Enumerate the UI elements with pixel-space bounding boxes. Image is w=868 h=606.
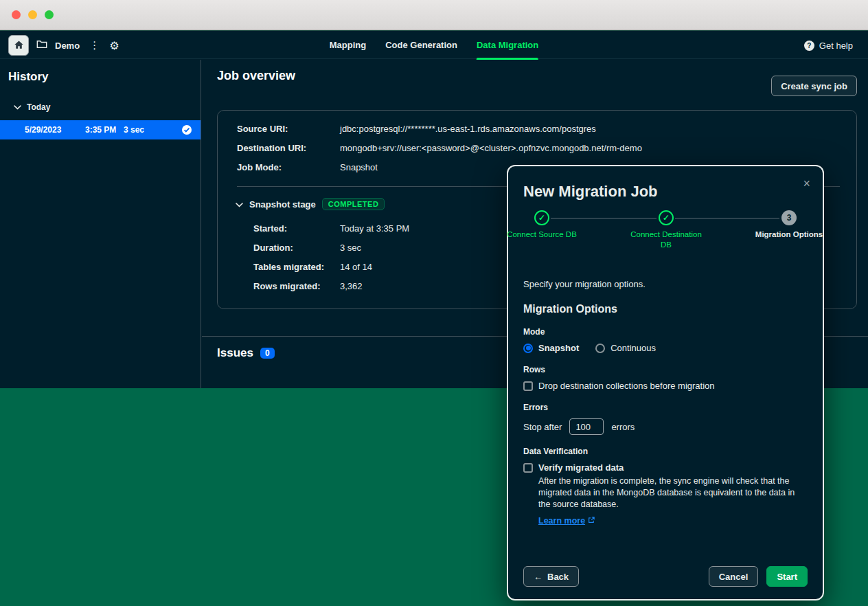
completed-badge: COMPLETED (322, 198, 385, 210)
history-group-today[interactable]: Today (14, 102, 201, 112)
home-button[interactable] (8, 35, 29, 56)
mode-label: Mode (523, 327, 808, 337)
snapshot-stage-label: Snapshot stage (249, 199, 316, 210)
get-help-label: Get help (819, 41, 853, 51)
rows-label: Rows (523, 365, 808, 374)
get-help-button[interactable]: ? Get help (804, 31, 853, 60)
project-name: Demo (55, 41, 80, 51)
minimize-window-button[interactable] (28, 10, 37, 19)
footer-action-buttons: Cancel Start (709, 566, 808, 587)
verify-data-label: Verify migrated data (538, 462, 624, 473)
learn-more-label: Learn more (538, 516, 585, 526)
kebab-menu-icon[interactable]: ⋮ (87, 39, 102, 52)
settings-gear-icon[interactable]: ⚙ (109, 39, 119, 52)
history-row-time: 3:35 PM (85, 125, 124, 135)
back-arrow-icon: ← (534, 572, 542, 582)
modal-subtitle: Specify your migration options. (523, 279, 808, 289)
folder-icon (36, 40, 47, 51)
started-label: Started: (253, 223, 340, 237)
migration-options-heading: Migration Options (523, 303, 808, 315)
drop-collections-label: Drop destination collections before migr… (538, 381, 715, 391)
back-button-label: Back (547, 572, 569, 582)
home-icon (14, 40, 24, 52)
errors-suffix-label: errors (611, 422, 635, 432)
cancel-button[interactable]: Cancel (709, 566, 759, 587)
job-mode-label: Job Mode: (237, 162, 340, 176)
main-tabs: Mapping Code Generation Data Migration (330, 31, 538, 60)
modal-footer: ← Back Cancel Start (523, 566, 808, 587)
completed-check-icon (181, 124, 192, 137)
errors-label: Errors (523, 403, 808, 412)
page-title: Job overview (217, 69, 295, 83)
issues-count-badge: 0 (260, 348, 275, 359)
tables-migrated-value: 14 of 14 (340, 262, 372, 276)
duration-label: Duration: (253, 243, 340, 256)
tab-code-generation[interactable]: Code Generation (385, 31, 457, 60)
drop-collections-row: Drop destination collections before migr… (523, 381, 808, 391)
destination-uri-label: Destination URI: (237, 143, 340, 157)
issues-title: Issues (217, 346, 253, 360)
overview-row: Destination URI: mongodb+srv://user:<pas… (237, 143, 840, 157)
drop-collections-checkbox[interactable] (523, 381, 533, 391)
continuous-radio[interactable] (595, 344, 605, 353)
verify-data-row: Verify migrated data (523, 462, 808, 473)
step-label: Migration Options (751, 229, 827, 240)
snapshot-radio-label: Snapshot (538, 343, 579, 353)
header-left-group: Demo ⋮ ⚙ (8, 31, 119, 60)
step-connect-destination-db: ✓ Connect Destination DB (628, 210, 704, 250)
stepper: ✓ Connect Source DB ✓ Connect Destinatio… (523, 210, 808, 262)
started-value: Today at 3:35 PM (340, 223, 409, 237)
tables-migrated-label: Tables migrated: (253, 262, 340, 276)
verify-data-checkbox[interactable] (523, 463, 533, 473)
modal-title: New Migration Job (523, 183, 808, 201)
step-number: 3 (781, 210, 797, 225)
app-header: Demo ⋮ ⚙ Mapping Code Generation Data Mi… (0, 30, 868, 59)
learn-more-link[interactable]: Learn more (538, 516, 595, 526)
stop-after-label: Stop after (523, 422, 562, 432)
new-migration-job-modal: × New Migration Job ✓ Connect Source DB … (507, 165, 824, 601)
external-link-icon (588, 516, 595, 526)
history-row[interactable]: 5/29/2023 3:35 PM 3 sec (0, 120, 201, 139)
back-button[interactable]: ← Back (523, 566, 579, 587)
chevron-down-icon (236, 199, 243, 210)
history-group-label: Today (27, 102, 50, 112)
mode-radio-group: Snapshot Continuous (523, 343, 808, 353)
history-title: History (8, 70, 201, 84)
data-verification-label: Data Verification (523, 447, 808, 456)
step-migration-options: 3 Migration Options (751, 210, 827, 240)
step-check-icon: ✓ (659, 210, 674, 225)
create-sync-job-button[interactable]: Create sync job (771, 76, 857, 96)
rows-migrated-value: 3,362 (340, 281, 363, 295)
fullscreen-window-button[interactable] (45, 10, 54, 19)
issues-section: Issues 0 (217, 346, 275, 360)
source-uri-value: jdbc:postgresql://********.us-east-1.rds… (340, 124, 596, 137)
continuous-radio-label: Continuous (610, 343, 656, 353)
errors-row: Stop after errors (523, 418, 808, 435)
destination-uri-value: mongodb+srv://user:<password>@<cluster>.… (340, 143, 642, 157)
step-connect-source-db: ✓ Connect Source DB (504, 210, 580, 240)
history-sidebar: History Today 5/29/2023 3:35 PM 3 sec (0, 60, 201, 388)
tab-data-migration[interactable]: Data Migration (477, 31, 538, 60)
close-window-button[interactable] (12, 10, 21, 19)
duration-value: 3 sec (340, 243, 361, 256)
macos-titlebar (0, 0, 868, 30)
chevron-down-icon (14, 102, 21, 112)
stop-after-input[interactable] (569, 418, 604, 435)
app-window: Demo ⋮ ⚙ Mapping Code Generation Data Mi… (0, 0, 868, 606)
tab-mapping[interactable]: Mapping (330, 31, 366, 60)
start-button[interactable]: Start (766, 566, 808, 587)
close-icon[interactable]: × (800, 175, 813, 192)
verify-description: After the migration is complete, the syn… (538, 475, 808, 510)
overview-row: Source URI: jdbc:postgresql://********.u… (237, 124, 840, 137)
step-label: Connect Destination DB (628, 229, 704, 250)
job-mode-value: Snapshot (340, 162, 378, 176)
source-uri-label: Source URI: (237, 124, 340, 137)
step-check-icon: ✓ (534, 210, 549, 225)
help-icon: ? (804, 41, 814, 51)
snapshot-stage-toggle[interactable]: Snapshot stage COMPLETED (236, 198, 385, 210)
history-row-date: 5/29/2023 (25, 125, 85, 135)
rows-migrated-label: Rows migrated: (253, 281, 340, 295)
step-label: Connect Source DB (504, 229, 580, 240)
snapshot-radio[interactable] (523, 344, 533, 353)
